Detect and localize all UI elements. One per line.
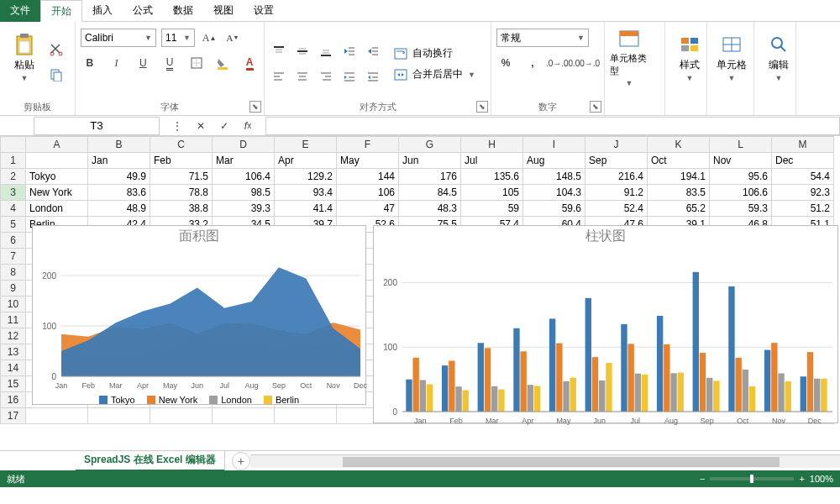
align-middle-button[interactable] — [293, 42, 312, 60]
cell[interactable]: 52.4 — [585, 201, 648, 217]
cell[interactable]: Dec — [772, 153, 834, 169]
number-dialog-launcher[interactable]: ⬊ — [590, 101, 601, 113]
zoom-out-button[interactable]: − — [700, 474, 705, 484]
fx-icon[interactable]: fx — [239, 117, 257, 135]
font-name-select[interactable]: Calibri▼ — [81, 29, 156, 47]
align-right-button[interactable] — [317, 67, 335, 86]
decrease-decimal-button[interactable]: .00→.0 — [577, 54, 596, 72]
cell[interactable]: 48.9 — [88, 201, 150, 217]
name-box[interactable] — [34, 117, 160, 135]
cell[interactable]: London — [26, 201, 88, 217]
cell[interactable]: 194.1 — [648, 169, 710, 185]
cell[interactable] — [213, 408, 275, 424]
tab-insert[interactable]: 插入 — [82, 0, 123, 22]
tab-data[interactable]: 数据 — [163, 0, 203, 22]
cell[interactable]: 93.4 — [275, 185, 337, 201]
copy-button[interactable] — [47, 66, 66, 84]
cell[interactable]: Jan — [88, 153, 150, 169]
merge-center-button[interactable]: 合并后居中▼ — [394, 67, 475, 81]
cell[interactable]: 47 — [337, 201, 399, 217]
number-format-select[interactable]: 常规▼ — [496, 29, 589, 47]
bar-chart[interactable]: 柱状图0100200JanFebMarAprMayJunJulAugSepOct… — [373, 225, 838, 423]
font-color-button[interactable]: A — [240, 54, 259, 72]
cell[interactable]: 83.6 — [88, 185, 150, 201]
cell[interactable]: Sep — [585, 153, 648, 169]
cell[interactable] — [150, 408, 213, 424]
align-dialog-launcher[interactable]: ⬊ — [476, 101, 488, 113]
cell[interactable]: 59.6 — [523, 201, 585, 217]
increase-decimal-button[interactable]: .0→.00 — [550, 54, 569, 72]
cell[interactable]: 38.8 — [150, 201, 213, 217]
cell[interactable]: 129.2 — [275, 169, 337, 185]
paste-button[interactable]: 粘贴 ▼ — [5, 25, 44, 89]
cell[interactable]: Nov — [710, 153, 772, 169]
cell[interactable]: 216.4 — [585, 169, 648, 185]
cell[interactable]: Tokyo — [26, 169, 88, 185]
cell[interactable]: Feb — [150, 153, 213, 169]
styles-button[interactable]: 样式▼ — [670, 25, 709, 89]
cell[interactable]: Mar — [213, 153, 275, 169]
cell[interactable] — [26, 408, 88, 424]
cell[interactable]: 65.2 — [648, 201, 710, 217]
cell[interactable]: Jun — [399, 153, 461, 169]
cell[interactable] — [275, 408, 337, 424]
cell[interactable] — [26, 153, 88, 169]
cell[interactable]: 144 — [337, 169, 399, 185]
cut-button[interactable] — [47, 40, 66, 59]
cell[interactable]: 104.3 — [523, 185, 585, 201]
borders-button[interactable] — [187, 54, 206, 72]
cell[interactable]: 105 — [461, 185, 523, 201]
font-dialog-launcher[interactable]: ⬊ — [249, 101, 261, 113]
decrease-indent-button[interactable] — [340, 42, 359, 60]
font-size-select[interactable]: 11▼ — [161, 29, 195, 47]
cell[interactable]: 48.3 — [399, 201, 461, 217]
decrease-font-button[interactable]: A▼ — [223, 29, 242, 47]
cell[interactable]: 39.3 — [213, 201, 275, 217]
zoom-slider[interactable] — [710, 477, 794, 480]
cell[interactable]: Aug — [523, 153, 585, 169]
cell[interactable] — [88, 408, 150, 424]
italic-button[interactable]: I — [108, 54, 126, 72]
horizontal-scrollbar[interactable] — [250, 454, 840, 468]
tab-formula[interactable]: 公式 — [123, 0, 163, 22]
double-underline-button[interactable]: U — [160, 54, 179, 72]
cell[interactable]: 54.4 — [772, 169, 834, 185]
cell[interactable]: 91.2 — [585, 185, 648, 201]
cell[interactable]: 148.5 — [523, 169, 585, 185]
underline-button[interactable]: U — [134, 54, 152, 72]
confirm-icon[interactable]: ✓ — [215, 117, 234, 135]
more-icon[interactable]: ⋮ — [168, 117, 186, 135]
formula-input[interactable] — [265, 117, 840, 135]
cell[interactable]: Jul — [461, 153, 523, 169]
edit-button[interactable]: 编辑▼ — [759, 25, 798, 89]
align-center-button[interactable] — [293, 67, 312, 86]
tab-settings[interactable]: 设置 — [244, 0, 284, 22]
add-sheet-button[interactable]: + — [232, 452, 250, 470]
cell[interactable]: May — [337, 153, 399, 169]
cell[interactable]: 176 — [399, 169, 461, 185]
celltype-button[interactable]: 单元格类型▼ — [610, 25, 648, 89]
cell[interactable]: New York — [26, 185, 88, 201]
cell[interactable]: 71.5 — [150, 169, 213, 185]
cell[interactable]: 51.2 — [772, 201, 834, 217]
cancel-icon[interactable]: ✕ — [192, 117, 210, 135]
align-left-button[interactable] — [270, 67, 288, 86]
cells-button[interactable]: 单元格▼ — [712, 25, 751, 89]
cell[interactable]: 41.4 — [275, 201, 337, 217]
cell[interactable]: 106.6 — [710, 185, 772, 201]
tab-home[interactable]: 开始 — [40, 0, 82, 22]
increase-indent-button[interactable] — [364, 42, 382, 60]
cell[interactable]: Oct — [648, 153, 710, 169]
cell[interactable]: 98.5 — [213, 185, 275, 201]
cell[interactable]: 84.5 — [399, 185, 461, 201]
cell[interactable]: 49.9 — [88, 169, 150, 185]
cell[interactable]: 59.3 — [710, 201, 772, 217]
increase-indent2-button[interactable] — [364, 67, 382, 86]
cell[interactable]: 106.4 — [213, 169, 275, 185]
bold-button[interactable]: B — [81, 54, 99, 72]
sheet-tab[interactable]: SpreadJS 在线 Excel 编辑器 — [76, 450, 225, 471]
cell[interactable]: 92.3 — [772, 185, 834, 201]
cell[interactable]: 83.5 — [648, 185, 710, 201]
cell[interactable]: 78.8 — [150, 185, 213, 201]
increase-font-button[interactable]: A▲ — [200, 29, 218, 47]
